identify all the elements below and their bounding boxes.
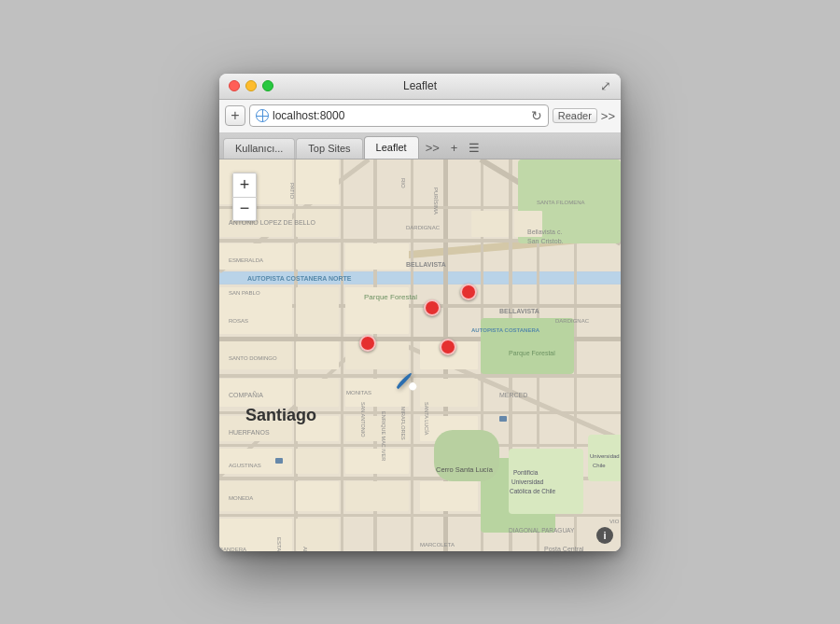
svg-text:SANTA LUCÍA: SANTA LUCÍA: [424, 402, 429, 436]
red-marker-4[interactable]: [440, 339, 456, 355]
svg-text:DARDIGNAC: DARDIGNAC: [555, 318, 590, 324]
svg-rect-21: [219, 514, 621, 517]
svg-text:MONITAS: MONITAS: [346, 390, 371, 395]
svg-rect-55: [345, 449, 409, 474]
svg-text:PATIO: PATIO: [289, 183, 295, 199]
svg-text:Parque Forestal: Parque Forestal: [364, 293, 417, 301]
svg-text:RIO: RIO: [400, 178, 406, 188]
window-title: Leaflet: [403, 79, 437, 92]
map-svg: ANTONIO LOPEZ DE BELLO ESMERALDA ROSAS S…: [219, 159, 621, 551]
svg-text:DIAGONAL PARAGUAY: DIAGONAL PARAGUAY: [509, 527, 575, 534]
svg-rect-61: [296, 519, 339, 551]
svg-text:ROSAS: ROSAS: [229, 318, 248, 324]
svg-text:MONEDA: MONEDA: [229, 495, 253, 501]
map-controls: + −: [232, 173, 257, 221]
svg-text:SAN ANTONIO: SAN ANTONIO: [360, 402, 366, 437]
svg-text:ENRIQUE MAC IVER: ENRIQUE MAC IVER: [381, 411, 386, 461]
svg-rect-33: [219, 243, 292, 270]
svg-text:Chile: Chile: [593, 463, 606, 468]
close-button[interactable]: [229, 80, 240, 91]
svg-text:COMPAÑIA: COMPAÑIA: [229, 391, 263, 398]
svg-text:Santiago: Santiago: [245, 406, 316, 424]
reader-button[interactable]: Reader: [553, 108, 597, 123]
svg-rect-46: [296, 379, 339, 407]
svg-text:MARCOLETA: MARCOLETA: [420, 542, 455, 548]
svg-text:DARDIGNAC: DARDIGNAC: [406, 225, 441, 230]
svg-rect-109: [499, 416, 507, 422]
svg-rect-35: [345, 243, 409, 270]
svg-text:AUTOPISTA COSTANERA: AUTOPISTA COSTANERA: [471, 327, 540, 333]
browser-window: Leaflet ⤢ + localhost:8000 ↻ Reader >> K…: [219, 74, 621, 551]
svg-rect-39: [296, 287, 339, 334]
map-container[interactable]: ANTONIO LOPEZ DE BELLO ESMERALDA ROSAS S…: [219, 159, 621, 551]
svg-text:AGUSTINAS: AGUSTINAS: [229, 463, 261, 468]
new-tab-button-2[interactable]: +: [445, 138, 464, 159]
svg-rect-43: [345, 341, 409, 369]
svg-text:Pontificia: Pontificia: [513, 469, 539, 476]
svg-rect-51: [345, 416, 409, 441]
tab-overflow-button[interactable]: >>: [420, 138, 445, 159]
svg-text:ESTADO: ESTADO: [276, 537, 282, 551]
svg-rect-54: [296, 449, 339, 474]
svg-rect-19: [219, 444, 621, 447]
minimize-button[interactable]: [245, 80, 257, 91]
svg-rect-34: [296, 243, 339, 270]
svg-text:AHUMADA: AHUMADA: [302, 547, 308, 551]
svg-text:Universidad: Universidad: [590, 453, 620, 459]
expand-icon[interactable]: ⤢: [600, 78, 611, 93]
reload-button[interactable]: ↻: [531, 108, 542, 123]
url-overflow-button[interactable]: >>: [601, 109, 615, 123]
svg-text:Bellavista c.: Bellavista c.: [527, 229, 562, 235]
svg-text:Posta Central: Posta Central: [544, 546, 584, 551]
title-bar: Leaflet ⤢: [219, 74, 621, 100]
svg-text:HUERFANOS: HUERFANOS: [229, 429, 270, 436]
globe-icon: [256, 109, 269, 122]
traffic-lights: [229, 80, 273, 91]
url-input[interactable]: localhost:8000 ↻: [249, 104, 549, 127]
svg-rect-30: [296, 159, 339, 204]
svg-rect-58: [345, 481, 409, 511]
leaflet-info-button[interactable]: i: [596, 527, 613, 544]
tab-kullanici[interactable]: Kullanıcı...: [223, 138, 295, 159]
svg-rect-17: [219, 374, 621, 378]
svg-text:Cerro Santa Lucía: Cerro Santa Lucía: [436, 465, 494, 474]
svg-text:MIRAFLORES: MIRAFLORES: [400, 407, 406, 440]
svg-rect-108: [275, 458, 283, 464]
red-marker-1[interactable]: [424, 299, 441, 316]
new-tab-button[interactable]: +: [225, 105, 245, 126]
zoom-out-button[interactable]: −: [232, 197, 257, 221]
tab-leaflet[interactable]: Leaflet: [364, 136, 419, 159]
svg-text:PURÍSIMA: PURÍSIMA: [433, 187, 439, 215]
svg-rect-36: [471, 211, 509, 237]
svg-text:BELLAVISTA: BELLAVISTA: [406, 261, 446, 268]
svg-text:SANTA FILOMENA: SANTA FILOMENA: [537, 200, 585, 205]
url-text: localhost:8000: [273, 109, 527, 122]
url-bar: + localhost:8000 ↻ Reader >>: [219, 100, 621, 133]
svg-rect-26: [481, 318, 574, 374]
svg-text:ESMERALDA: ESMERALDA: [229, 257, 263, 263]
svg-text:SANTO DOMINGO: SANTO DOMINGO: [229, 355, 277, 361]
svg-rect-42: [296, 341, 339, 369]
svg-text:VIO: VIO: [609, 519, 620, 524]
svg-rect-59: [420, 481, 478, 511]
tab-bar: Kullanıcı... Top Sites Leaflet >> + ☰: [219, 133, 621, 159]
maximize-button[interactable]: [262, 80, 273, 91]
svg-rect-5: [341, 159, 343, 551]
tab-menu-button[interactable]: ☰: [463, 138, 485, 159]
svg-rect-7: [411, 159, 413, 551]
svg-text:BELLAVISTA: BELLAVISTA: [499, 308, 539, 314]
zoom-in-button[interactable]: +: [232, 173, 257, 197]
tab-top-sites[interactable]: Top Sites: [296, 138, 362, 159]
svg-text:Universidad: Universidad: [511, 478, 544, 485]
red-marker-3[interactable]: [359, 335, 376, 352]
svg-text:San Cristob.: San Cristob.: [527, 238, 564, 244]
svg-text:MERCED: MERCED: [499, 392, 527, 398]
svg-text:SAN PABLO: SAN PABLO: [229, 290, 260, 296]
svg-text:AUTOPISTA COSTANERA NORTE: AUTOPISTA COSTANERA NORTE: [247, 275, 352, 282]
svg-text:BANDERA: BANDERA: [219, 547, 246, 551]
svg-text:Católica de Chile: Católica de Chile: [510, 488, 556, 494]
svg-rect-57: [296, 481, 339, 511]
red-marker-2[interactable]: [460, 284, 477, 300]
svg-text:Parque Forestal: Parque Forestal: [509, 350, 555, 357]
